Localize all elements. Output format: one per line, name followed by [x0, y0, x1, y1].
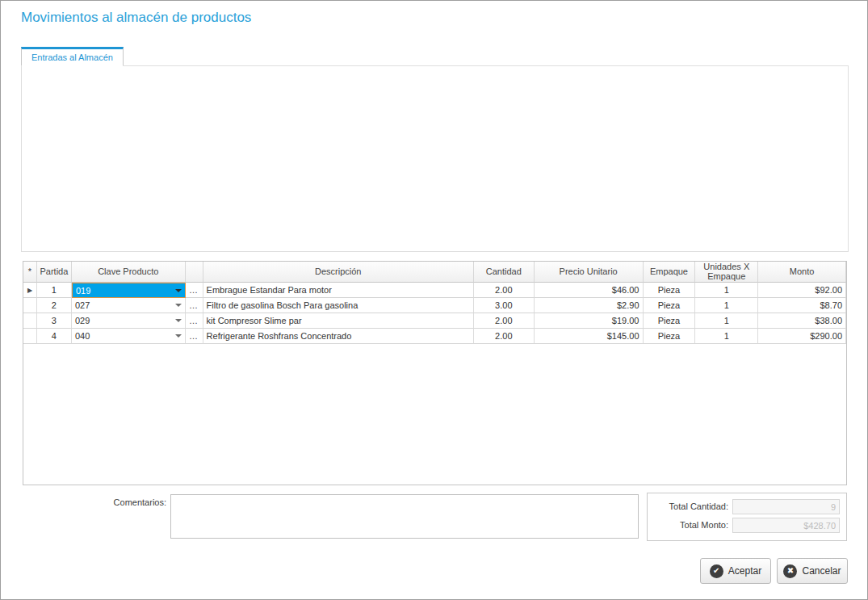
totals-groupbox: Total Cantidad: Total Monto:: [647, 493, 847, 541]
chevron-down-icon: [175, 319, 182, 322]
ellipsis-button[interactable]: …: [189, 317, 199, 325]
partida-cell[interactable]: 2: [37, 298, 72, 313]
x-circle-icon: ✖: [783, 564, 797, 578]
row-indicator-cell: [23, 313, 37, 329]
chevron-down-icon: [175, 289, 182, 292]
column-header[interactable]: *: [23, 262, 37, 283]
unidades_x_empaque-cell[interactable]: 1: [695, 313, 758, 329]
total-monto-input: [732, 518, 840, 533]
clave-producto-cell[interactable]: 027: [72, 298, 186, 313]
monto-cell[interactable]: $92.00: [758, 283, 846, 298]
clave-producto-cell[interactable]: 019: [72, 283, 186, 298]
column-header[interactable]: Partida: [37, 262, 72, 283]
table-row[interactable]: 2027…Filtro de gasolina Bosch Para gasol…: [23, 298, 846, 313]
grid-header-row: *PartidaClave ProductoDescripciónCantida…: [23, 262, 846, 283]
table-row[interactable]: ▶1019…Embrague Estandar Para motor2.00$4…: [23, 283, 846, 298]
partida-cell[interactable]: 1: [37, 283, 72, 298]
clave-producto-value: 027: [75, 300, 90, 310]
aceptar-button-label: Aceptar: [728, 565, 761, 577]
partida-cell[interactable]: 3: [37, 313, 72, 329]
clave-producto-cell[interactable]: 040: [72, 329, 186, 344]
cantidad-cell[interactable]: 2.00: [474, 283, 535, 298]
descripcion-cell[interactable]: Embrague Estandar Para motor: [203, 283, 474, 298]
movements-window: Movimientos al almacén de productos Entr…: [0, 0, 868, 600]
row-indicator-cell: [23, 298, 37, 313]
tab-label: Entradas al Almacén: [31, 52, 113, 62]
aceptar-button[interactable]: ✔ Aceptar: [700, 558, 771, 584]
column-header[interactable]: Descripción: [203, 262, 474, 283]
comentarios-label: Comentarios:: [53, 497, 166, 507]
empaque-cell[interactable]: Pieza: [644, 313, 696, 329]
chevron-down-icon: [175, 304, 182, 307]
total-cantidad-label: Total Cantidad:: [656, 501, 728, 511]
cancelar-button-label: Cancelar: [802, 565, 841, 577]
monto-cell[interactable]: $8.70: [758, 298, 846, 313]
precio_unitario-cell[interactable]: $2.90: [535, 298, 644, 313]
column-header[interactable]: Cantidad: [474, 262, 535, 283]
unidades_x_empaque-cell[interactable]: 1: [695, 329, 758, 344]
unidades_x_empaque-cell[interactable]: 1: [695, 298, 758, 313]
cancelar-button[interactable]: ✖ Cancelar: [777, 558, 848, 584]
product-browse-cell: …: [186, 329, 203, 344]
descripcion-cell[interactable]: kit Compresor Slime par: [203, 313, 474, 329]
monto-cell[interactable]: $38.00: [758, 313, 846, 329]
clave-producto-cell[interactable]: 029: [72, 313, 186, 329]
product-browse-cell: …: [186, 313, 203, 329]
monto-cell[interactable]: $290.00: [758, 329, 846, 344]
column-header[interactable]: Precio Unitario: [535, 262, 644, 283]
page-title: Movimientos al almacén de productos: [21, 10, 251, 26]
precio_unitario-cell[interactable]: $145.00: [535, 329, 644, 344]
column-header[interactable]: Monto: [758, 262, 846, 283]
precio_unitario-cell[interactable]: $46.00: [535, 283, 644, 298]
product-browse-cell: …: [186, 283, 203, 298]
column-header[interactable]: [186, 262, 203, 283]
check-circle-icon: ✔: [710, 564, 723, 578]
tab-page: [21, 65, 849, 252]
items-grid: *PartidaClave ProductoDescripciónCantida…: [23, 261, 847, 485]
precio_unitario-cell[interactable]: $19.00: [535, 313, 644, 329]
row-indicator-cell: [23, 329, 37, 344]
total-cantidad-input: [732, 499, 840, 514]
chevron-down-icon: [175, 334, 182, 338]
comentarios-textarea[interactable]: [170, 494, 639, 539]
descripcion-cell[interactable]: Filtro de gasolina Bosch Para gasolina: [203, 298, 474, 313]
table-row[interactable]: 3029…kit Compresor Slime par2.00$19.00Pi…: [23, 313, 846, 329]
cantidad-cell[interactable]: 2.00: [474, 329, 535, 344]
cantidad-cell[interactable]: 3.00: [474, 298, 535, 313]
tab-entradas-almacen[interactable]: Entradas al Almacén: [21, 47, 124, 66]
column-header[interactable]: Clave Producto: [72, 262, 186, 283]
cantidad-cell[interactable]: 2.00: [474, 313, 535, 329]
total-monto-label: Total Monto:: [656, 520, 728, 530]
clave-producto-value: 040: [75, 331, 90, 341]
unidades_x_empaque-cell[interactable]: 1: [695, 283, 758, 298]
product-browse-cell: …: [186, 298, 203, 313]
ellipsis-button[interactable]: …: [189, 287, 199, 294]
clave-producto-value: 029: [75, 316, 90, 325]
clave-producto-value: 019: [76, 286, 90, 296]
row-indicator-cell: ▶: [23, 283, 37, 298]
empaque-cell[interactable]: Pieza: [644, 329, 696, 344]
table-row[interactable]: 4040…Refrigerante Roshfrans Concentrado2…: [23, 329, 846, 344]
column-header[interactable]: Empaque: [644, 262, 696, 283]
row-indicator-icon: ▶: [27, 287, 32, 294]
ellipsis-button[interactable]: …: [189, 333, 199, 340]
descripcion-cell[interactable]: Refrigerante Roshfrans Concentrado: [203, 329, 474, 344]
partida-cell[interactable]: 4: [37, 329, 72, 344]
empaque-cell[interactable]: Pieza: [644, 298, 696, 313]
empaque-cell[interactable]: Pieza: [644, 283, 696, 298]
ellipsis-button[interactable]: …: [189, 302, 199, 309]
column-header[interactable]: Unidades X Empaque: [695, 262, 758, 283]
